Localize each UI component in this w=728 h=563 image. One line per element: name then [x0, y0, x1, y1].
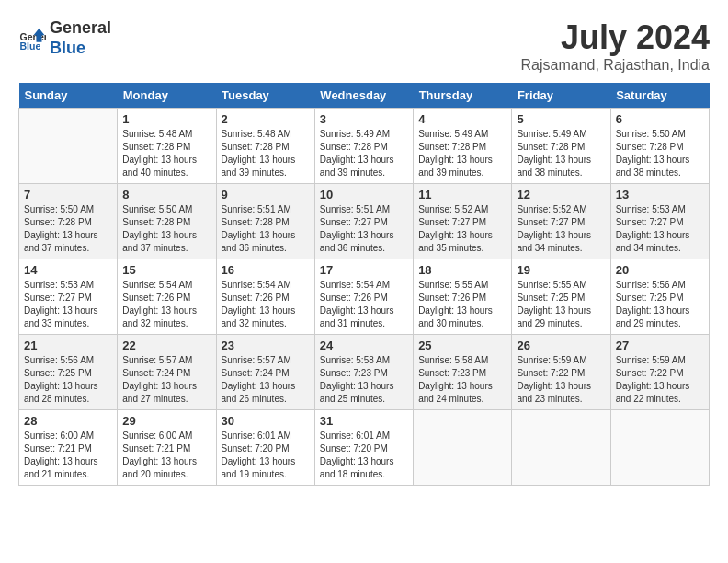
day-cell: 21Sunrise: 5:56 AM Sunset: 7:25 PM Dayli…	[19, 335, 118, 410]
day-number: 21	[24, 339, 112, 352]
day-cell: 2Sunrise: 5:48 AM Sunset: 7:28 PM Daylig…	[216, 109, 314, 184]
day-number: 16	[222, 263, 310, 277]
day-info: Sunrise: 5:56 AM Sunset: 7:25 PM Dayligh…	[24, 354, 112, 406]
day-cell: 9Sunrise: 5:51 AM Sunset: 7:28 PM Daylig…	[216, 184, 314, 259]
week-row-4: 21Sunrise: 5:56 AM Sunset: 7:25 PM Dayli…	[19, 335, 710, 410]
day-number: 30	[222, 414, 310, 428]
day-info: Sunrise: 5:50 AM Sunset: 7:28 PM Dayligh…	[616, 128, 704, 179]
day-number: 2	[222, 112, 310, 126]
day-number: 20	[616, 263, 704, 277]
day-info: Sunrise: 5:51 AM Sunset: 7:27 PM Dayligh…	[320, 203, 408, 255]
day-cell: 14Sunrise: 5:53 AM Sunset: 7:27 PM Dayli…	[19, 259, 118, 335]
day-number: 25	[418, 339, 506, 352]
day-number: 1	[122, 112, 210, 126]
day-cell: 20Sunrise: 5:56 AM Sunset: 7:25 PM Dayli…	[610, 259, 709, 335]
day-cell	[19, 109, 118, 184]
header-cell-sunday: Sunday	[19, 83, 118, 109]
day-number: 6	[616, 112, 704, 126]
day-cell: 15Sunrise: 5:54 AM Sunset: 7:26 PM Dayli…	[118, 259, 216, 335]
page-header: General Blue General Blue July 2024 Rajs…	[18, 18, 710, 74]
day-number: 31	[320, 414, 408, 428]
day-cell: 6Sunrise: 5:50 AM Sunset: 7:28 PM Daylig…	[610, 109, 709, 184]
day-info: Sunrise: 6:01 AM Sunset: 7:20 PM Dayligh…	[222, 430, 310, 481]
day-cell: 19Sunrise: 5:55 AM Sunset: 7:25 PM Dayli…	[512, 259, 610, 335]
day-info: Sunrise: 5:53 AM Sunset: 7:27 PM Dayligh…	[24, 279, 112, 330]
day-cell: 24Sunrise: 5:58 AM Sunset: 7:23 PM Dayli…	[314, 335, 413, 410]
day-cell: 3Sunrise: 5:49 AM Sunset: 7:28 PM Daylig…	[314, 109, 413, 184]
day-number: 5	[517, 112, 605, 126]
day-number: 8	[122, 188, 210, 201]
day-info: Sunrise: 6:01 AM Sunset: 7:20 PM Dayligh…	[320, 430, 408, 481]
day-number: 12	[517, 188, 605, 201]
location: Rajsamand, Rajasthan, India	[521, 57, 710, 74]
day-number: 19	[517, 263, 605, 277]
week-row-2: 7Sunrise: 5:50 AM Sunset: 7:28 PM Daylig…	[19, 184, 710, 259]
day-info: Sunrise: 5:55 AM Sunset: 7:26 PM Dayligh…	[418, 279, 506, 330]
day-cell	[610, 410, 709, 486]
day-info: Sunrise: 6:00 AM Sunset: 7:21 PM Dayligh…	[24, 430, 112, 481]
day-info: Sunrise: 5:54 AM Sunset: 7:26 PM Dayligh…	[222, 279, 310, 330]
day-info: Sunrise: 5:59 AM Sunset: 7:22 PM Dayligh…	[517, 354, 605, 406]
day-number: 7	[24, 188, 112, 201]
header-cell-monday: Monday	[118, 83, 216, 109]
day-cell: 7Sunrise: 5:50 AM Sunset: 7:28 PM Daylig…	[19, 184, 118, 259]
header-cell-saturday: Saturday	[610, 83, 709, 109]
day-number: 3	[320, 112, 408, 126]
day-info: Sunrise: 5:48 AM Sunset: 7:28 PM Dayligh…	[122, 128, 210, 179]
day-cell: 12Sunrise: 5:52 AM Sunset: 7:27 PM Dayli…	[512, 184, 610, 259]
day-info: Sunrise: 5:58 AM Sunset: 7:23 PM Dayligh…	[320, 354, 408, 406]
day-cell: 31Sunrise: 6:01 AM Sunset: 7:20 PM Dayli…	[314, 410, 413, 486]
day-cell: 17Sunrise: 5:54 AM Sunset: 7:26 PM Dayli…	[314, 259, 413, 335]
day-info: Sunrise: 5:57 AM Sunset: 7:24 PM Dayligh…	[222, 354, 310, 406]
day-cell: 30Sunrise: 6:01 AM Sunset: 7:20 PM Dayli…	[216, 410, 314, 486]
day-number: 18	[418, 263, 506, 277]
day-cell: 28Sunrise: 6:00 AM Sunset: 7:21 PM Dayli…	[19, 410, 118, 486]
week-row-5: 28Sunrise: 6:00 AM Sunset: 7:21 PM Dayli…	[19, 410, 710, 486]
day-cell: 13Sunrise: 5:53 AM Sunset: 7:27 PM Dayli…	[610, 184, 709, 259]
day-info: Sunrise: 5:49 AM Sunset: 7:28 PM Dayligh…	[517, 128, 605, 179]
day-info: Sunrise: 5:52 AM Sunset: 7:27 PM Dayligh…	[517, 203, 605, 255]
day-number: 28	[24, 414, 112, 428]
day-number: 26	[517, 339, 605, 352]
day-info: Sunrise: 6:00 AM Sunset: 7:21 PM Dayligh…	[122, 430, 210, 481]
day-info: Sunrise: 5:52 AM Sunset: 7:27 PM Dayligh…	[418, 203, 506, 255]
day-info: Sunrise: 5:56 AM Sunset: 7:25 PM Dayligh…	[616, 279, 704, 330]
header-cell-friday: Friday	[512, 83, 610, 109]
title-block: July 2024 Rajsamand, Rajasthan, India	[521, 18, 710, 74]
day-info: Sunrise: 5:58 AM Sunset: 7:23 PM Dayligh…	[418, 354, 506, 406]
day-number: 29	[122, 414, 210, 428]
day-cell: 4Sunrise: 5:49 AM Sunset: 7:28 PM Daylig…	[414, 109, 512, 184]
header-cell-thursday: Thursday	[414, 83, 512, 109]
day-cell	[512, 410, 610, 486]
week-row-1: 1Sunrise: 5:48 AM Sunset: 7:28 PM Daylig…	[19, 109, 710, 184]
day-info: Sunrise: 5:48 AM Sunset: 7:28 PM Dayligh…	[222, 128, 310, 179]
day-cell: 26Sunrise: 5:59 AM Sunset: 7:22 PM Dayli…	[512, 335, 610, 410]
day-cell: 27Sunrise: 5:59 AM Sunset: 7:22 PM Dayli…	[610, 335, 709, 410]
day-cell: 23Sunrise: 5:57 AM Sunset: 7:24 PM Dayli…	[216, 335, 314, 410]
logo: General Blue General Blue	[18, 18, 111, 58]
day-info: Sunrise: 5:57 AM Sunset: 7:24 PM Dayligh…	[122, 354, 210, 406]
day-number: 11	[418, 188, 506, 201]
svg-text:Blue: Blue	[20, 40, 41, 52]
day-info: Sunrise: 5:51 AM Sunset: 7:28 PM Dayligh…	[222, 203, 310, 255]
day-cell: 18Sunrise: 5:55 AM Sunset: 7:26 PM Dayli…	[414, 259, 512, 335]
day-info: Sunrise: 5:49 AM Sunset: 7:28 PM Dayligh…	[320, 128, 408, 179]
day-info: Sunrise: 5:54 AM Sunset: 7:26 PM Dayligh…	[320, 279, 408, 330]
logo-text: General Blue	[50, 18, 111, 58]
day-info: Sunrise: 5:54 AM Sunset: 7:26 PM Dayligh…	[122, 279, 210, 330]
day-info: Sunrise: 5:49 AM Sunset: 7:28 PM Dayligh…	[418, 128, 506, 179]
logo-icon: General Blue	[18, 25, 46, 52]
day-number: 9	[222, 188, 310, 201]
day-number: 27	[616, 339, 704, 352]
day-cell: 11Sunrise: 5:52 AM Sunset: 7:27 PM Dayli…	[414, 184, 512, 259]
day-cell: 8Sunrise: 5:50 AM Sunset: 7:28 PM Daylig…	[118, 184, 216, 259]
header-row: SundayMondayTuesdayWednesdayThursdayFrid…	[19, 83, 710, 109]
month-year: July 2024	[521, 18, 710, 57]
day-cell: 5Sunrise: 5:49 AM Sunset: 7:28 PM Daylig…	[512, 109, 610, 184]
day-number: 13	[616, 188, 704, 201]
day-cell: 1Sunrise: 5:48 AM Sunset: 7:28 PM Daylig…	[118, 109, 216, 184]
day-number: 10	[320, 188, 408, 201]
day-number: 24	[320, 339, 408, 352]
day-cell: 29Sunrise: 6:00 AM Sunset: 7:21 PM Dayli…	[118, 410, 216, 486]
day-cell: 25Sunrise: 5:58 AM Sunset: 7:23 PM Dayli…	[414, 335, 512, 410]
